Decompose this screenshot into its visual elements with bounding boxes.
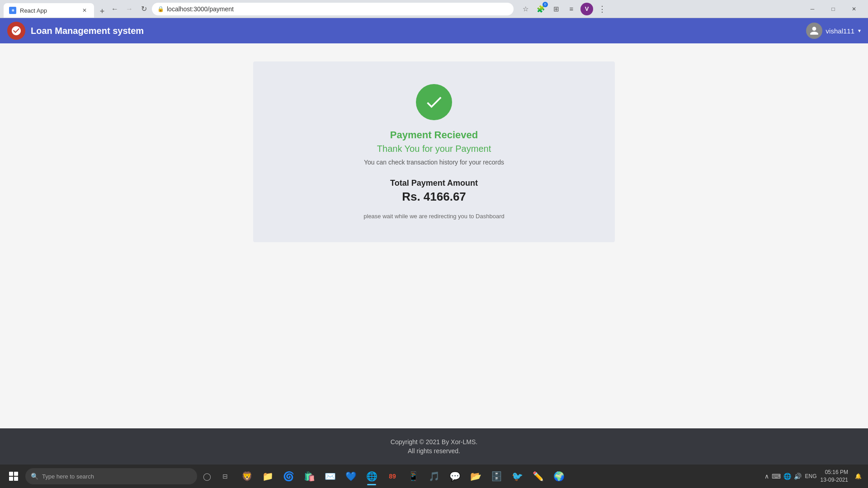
user-avatar bbox=[806, 23, 822, 39]
total-payment-label: Total Payment Amount bbox=[390, 178, 478, 188]
tab-title: React App bbox=[20, 7, 47, 14]
extensions-puzzle-button[interactable]: ⊞ bbox=[550, 3, 562, 15]
browser-chrome: ⚛ React App ✕ + ← → ↻ 🔒 localhost:3000/p… bbox=[0, 0, 868, 18]
cortana-button[interactable]: ◯ bbox=[199, 468, 215, 484]
clock-time: 05:16 PM bbox=[825, 469, 848, 476]
taskbar-search-icon: 🔍 bbox=[31, 473, 38, 480]
success-icon bbox=[416, 84, 452, 120]
footer: Copyright © 2021 By Xor-LMS. All rights … bbox=[0, 428, 868, 465]
taskbar-edge-icon[interactable]: 🌀 bbox=[278, 466, 298, 486]
tab-close-button[interactable]: ✕ bbox=[80, 6, 89, 14]
navbar-brand: Loan Management system bbox=[7, 22, 144, 40]
taskbar-heidisql-icon[interactable]: 🗄️ bbox=[486, 466, 506, 486]
payment-success-card: Payment Recieved Thank You for your Paym… bbox=[253, 61, 615, 242]
taskbar-file-explorer-icon[interactable]: 📁 bbox=[258, 466, 278, 486]
close-button[interactable]: ✕ bbox=[844, 2, 864, 16]
footer-copyright: Copyright © 2021 By Xor-LMS. bbox=[391, 438, 477, 446]
windows-logo-icon bbox=[9, 472, 18, 481]
taskbar-language: ENG bbox=[805, 473, 817, 479]
forward-button[interactable]: → bbox=[123, 3, 136, 15]
browser-controls: ← → ↻ 🔒 localhost:3000/payment ☆ 🧩 0 ⊞ ≡… bbox=[108, 0, 798, 18]
clock-date: 13-09-2021 bbox=[821, 476, 848, 484]
taskbar-folder2-icon[interactable]: 📂 bbox=[466, 466, 486, 486]
taskbar-89-icon[interactable]: 89 bbox=[382, 466, 402, 486]
taskbar-whatsapp-icon[interactable]: 📱 bbox=[403, 466, 423, 486]
total-payment-amount: Rs. 4166.67 bbox=[402, 190, 466, 204]
maximize-button[interactable]: □ bbox=[823, 2, 844, 16]
taskbar-keyboard-icon[interactable]: ⌨ bbox=[772, 473, 781, 480]
taskbar-volume-icon[interactable]: 🔊 bbox=[794, 473, 802, 480]
username-label: vishal111 bbox=[826, 27, 854, 35]
minimize-button[interactable]: ─ bbox=[802, 2, 823, 16]
window-controls: ─ □ ✕ bbox=[802, 2, 864, 16]
taskbar-mail-icon[interactable]: ✉️ bbox=[320, 466, 340, 486]
taskbar-ie-icon[interactable]: 🌍 bbox=[549, 466, 569, 486]
extension-badge: 0 bbox=[542, 2, 548, 7]
main-content: Payment Recieved Thank You for your Paym… bbox=[0, 43, 868, 428]
address-bar[interactable]: 🔒 localhost:3000/payment bbox=[152, 3, 514, 15]
transaction-hint: You can check transaction history for yo… bbox=[364, 159, 504, 166]
taskbar-store-icon[interactable]: 🛍️ bbox=[299, 466, 319, 486]
taskbar-clock[interactable]: 05:16 PM 13-09-2021 bbox=[821, 469, 848, 484]
tab-favicon: ⚛ bbox=[9, 7, 16, 14]
taskbar-chevron-icon[interactable]: ∧ bbox=[764, 473, 769, 480]
taskbar-chrome-icon[interactable]: 🌐 bbox=[362, 466, 382, 486]
payment-received-title: Payment Recieved bbox=[390, 129, 478, 141]
url-text: localhost:3000/payment bbox=[167, 5, 234, 13]
sidebar-button[interactable]: ≡ bbox=[565, 3, 578, 15]
taskbar-brave-icon[interactable]: 🦁 bbox=[237, 466, 257, 486]
taskbar-apps: 🦁 📁 🌀 🛍️ ✉️ 💙 🌐 89 📱 🎵 💬 📂 🗄️ 🐦 ✏️ 🌍 bbox=[237, 466, 569, 486]
taskbar: 🔍 Type here to search ◯ ⊟ 🦁 📁 🌀 🛍️ ✉️ 💙 … bbox=[0, 465, 868, 488]
taskbar-sys-icons: ∧ ⌨ 🌐 🔊 bbox=[764, 473, 802, 480]
reload-button[interactable]: ↻ bbox=[137, 3, 150, 15]
brand-logo bbox=[7, 22, 25, 40]
extensions-button[interactable]: 🧩 0 bbox=[534, 3, 547, 15]
taskbar-spotify-icon[interactable]: 🎵 bbox=[424, 466, 444, 486]
taskbar-network-icon[interactable]: 🌐 bbox=[783, 473, 791, 480]
bookmark-button[interactable]: ☆ bbox=[519, 3, 532, 15]
navbar-right: vishal111 ▾ bbox=[806, 23, 861, 39]
redirect-message: please wait while we are redirecting you… bbox=[363, 213, 504, 220]
navbar: Loan Management system vishal111 ▾ bbox=[0, 18, 868, 43]
active-tab[interactable]: ⚛ React App ✕ bbox=[4, 3, 94, 18]
back-button[interactable]: ← bbox=[108, 3, 121, 15]
tab-area: ⚛ React App ✕ + bbox=[4, 0, 108, 18]
lock-icon: 🔒 bbox=[157, 6, 164, 12]
menu-button[interactable]: ⋮ bbox=[596, 3, 609, 15]
svg-text:⚛: ⚛ bbox=[11, 9, 14, 13]
start-button[interactable] bbox=[4, 466, 24, 486]
thank-you-message: Thank You for your Payment bbox=[377, 144, 491, 154]
taskbar-vscode-icon[interactable]: 💙 bbox=[341, 466, 361, 486]
taskbar-search-box[interactable]: 🔍 Type here to search bbox=[25, 468, 197, 484]
browser-right-icons: ☆ 🧩 0 ⊞ ≡ V ⋮ bbox=[519, 3, 609, 15]
brand-title: Loan Management system bbox=[31, 26, 144, 36]
taskbar-pencil-icon[interactable]: ✏️ bbox=[528, 466, 548, 486]
taskbar-search-placeholder: Type here to search bbox=[42, 473, 94, 480]
profile-button[interactable]: V bbox=[580, 3, 593, 15]
taskbar-right: ∧ ⌨ 🌐 🔊 ENG 05:16 PM 13-09-2021 🔔 bbox=[764, 469, 864, 484]
user-dropdown-caret[interactable]: ▾ bbox=[858, 28, 861, 34]
taskbar-teams-icon[interactable]: 💬 bbox=[445, 466, 465, 486]
footer-rights: All rights reserved. bbox=[408, 447, 460, 455]
taskbar-dbeaver-icon[interactable]: 🐦 bbox=[507, 466, 527, 486]
new-tab-button[interactable]: + bbox=[96, 5, 108, 18]
task-view-button[interactable]: ⊟ bbox=[217, 468, 233, 484]
taskbar-notification-button[interactable]: 🔔 bbox=[852, 470, 864, 483]
